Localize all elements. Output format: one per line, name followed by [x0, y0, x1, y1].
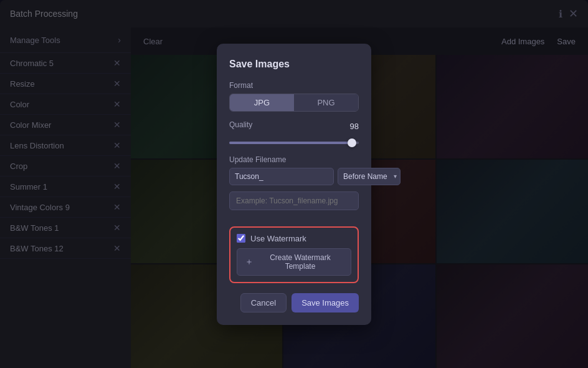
format-png-button[interactable]: PNG — [294, 94, 358, 111]
quality-section: Quality 98 — [229, 120, 359, 147]
create-watermark-button[interactable]: ＋ Create Watermark Template — [237, 248, 351, 276]
use-watermark-label: Use Watermark — [250, 234, 306, 243]
watermark-section: Use Watermark ＋ Create Watermark Templat… — [229, 226, 359, 283]
quality-row: Quality 98 — [229, 120, 359, 133]
format-section: Format JPG PNG — [229, 81, 359, 112]
format-label: Format — [229, 81, 359, 90]
quality-slider-container — [229, 135, 359, 147]
save-images-button[interactable]: Save Images — [292, 293, 359, 312]
format-jpg-button[interactable]: JPG — [230, 94, 294, 111]
cancel-button[interactable]: Cancel — [240, 293, 287, 312]
quality-slider[interactable] — [229, 142, 359, 144]
quality-value: 98 — [350, 122, 359, 131]
app-window: Batch Processing ℹ ✕ Manage Tools › Chro… — [0, 0, 588, 368]
use-watermark-row: Use Watermark — [237, 234, 351, 243]
format-toggle: JPG PNG — [229, 94, 359, 112]
modal-title: Save Images — [229, 59, 359, 70]
example-filename-input[interactable] — [229, 191, 359, 210]
modal-buttons: Cancel Save Images — [229, 293, 359, 312]
filename-section: Update Filename Before Name After Name ▾ — [229, 155, 359, 218]
create-watermark-label: Create Watermark Template — [257, 253, 343, 271]
modal-overlay: Save Images Format JPG PNG Quality 98 — [0, 0, 588, 368]
filename-position-wrapper: Before Name After Name ▾ — [338, 168, 401, 185]
update-filename-label: Update Filename — [229, 155, 359, 164]
filename-prefix-input[interactable] — [229, 168, 334, 185]
plus-icon: ＋ — [245, 256, 254, 268]
quality-label: Quality — [229, 120, 252, 129]
save-images-modal: Save Images Format JPG PNG Quality 98 — [217, 44, 371, 325]
filename-position-select[interactable]: Before Name After Name — [338, 168, 401, 185]
filename-row: Before Name After Name ▾ — [229, 168, 359, 185]
use-watermark-checkbox[interactable] — [237, 234, 245, 243]
